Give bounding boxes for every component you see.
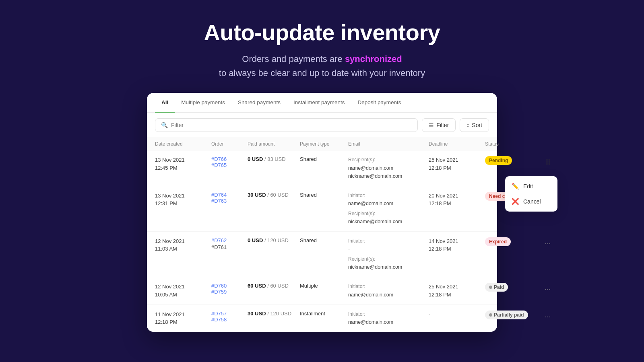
subtitle-start: Orders and payments are: [242, 54, 345, 64]
cell-order: #D760 #D759: [211, 283, 248, 295]
row-action-button[interactable]: ···: [541, 311, 554, 323]
cell-order: #D762 #D761: [211, 237, 248, 251]
th-payment-type: Payment type: [300, 141, 348, 147]
cell-date: 11 Nov 202112:18 PM: [155, 311, 211, 326]
status-badge: Partially paid: [485, 311, 528, 319]
tab-shared-payments[interactable]: Shared payments: [231, 93, 287, 113]
th-deadline: Deadline: [429, 141, 485, 147]
order-link[interactable]: #D766: [211, 156, 248, 162]
edit-label: Edit: [523, 183, 533, 189]
th-status: Status: [485, 141, 541, 147]
cell-date: 12 Nov 202110:05 AM: [155, 283, 211, 298]
order-link[interactable]: #D762: [211, 237, 248, 243]
cell-email: Initiator: name@domain.com Recipient(s):…: [348, 192, 429, 226]
sort-button[interactable]: ↕ Sort: [460, 118, 489, 132]
table-row: 12 Nov 202111:03 AM #D762 #D761 0 USD / …: [147, 232, 497, 277]
table-row: 13 Nov 202112:31 PM #D764 #D763 30 USD /…: [147, 186, 497, 232]
main-card: All Multiple payments Shared payments In…: [147, 93, 497, 331]
cell-amount: 30 USD / 60 USD: [248, 192, 300, 198]
row-action-button[interactable]: ⠿: [541, 156, 554, 169]
cell-amount: 0 USD / 120 USD: [248, 237, 300, 243]
cell-payment-type: Shared: [300, 237, 348, 243]
page-title: Auto-update inventory: [204, 19, 440, 45]
cell-order: #D757 #D758: [211, 311, 248, 323]
filter-button[interactable]: ☰ Filter: [422, 118, 456, 132]
order-link[interactable]: #D758: [211, 317, 248, 323]
cell-status: Partially paid: [485, 311, 541, 319]
cell-email: Recipient(s): name@domain.com nickname@d…: [348, 156, 429, 180]
cell-deadline: 20 Nov 202112:18 PM: [429, 192, 485, 208]
cell-email: Initiator: name@domain.com: [348, 283, 429, 298]
search-box: 🔍: [155, 118, 418, 132]
cell-status: Paid: [485, 283, 541, 292]
status-badge: Paid: [485, 283, 508, 292]
status-badge: Expired: [485, 237, 511, 246]
cell-payment-type: Multiple: [300, 283, 348, 289]
subtitle-end: to always be clear and up to date with y…: [219, 68, 425, 78]
order-link[interactable]: #D759: [211, 289, 248, 295]
cell-actions: ···: [541, 311, 561, 323]
edit-icon: ✏️: [512, 183, 519, 190]
cell-deadline: -: [429, 311, 485, 319]
cell-email: Initiator: name@domain.com: [348, 311, 429, 326]
cell-payment-type: Shared: [300, 192, 348, 198]
cancel-icon: ❌: [512, 198, 519, 205]
cell-actions: ···: [541, 237, 561, 250]
cell-deadline: 14 Nov 202112:18 PM: [429, 237, 485, 253]
status-badge: Pending: [485, 156, 512, 165]
tab-deposit-payments[interactable]: Deposit payments: [351, 93, 407, 113]
cell-amount: 0 USD / 83 USD: [248, 156, 300, 162]
sort-label: Sort: [472, 122, 482, 128]
sort-icon: ↕: [466, 122, 469, 128]
tab-bar: All Multiple payments Shared payments In…: [147, 93, 497, 113]
th-paid-amount: Paid amount: [248, 141, 300, 147]
subtitle-highlight: synchronized: [345, 54, 402, 64]
context-edit[interactable]: ✏️ Edit: [505, 179, 557, 194]
toolbar: 🔍 ☰ Filter ↕ Sort: [147, 113, 497, 138]
cell-deadline: 25 Nov 202112:18 PM: [429, 283, 485, 298]
cell-order: #D764 #D763: [211, 192, 248, 204]
page-subtitle: Orders and payments are synchronized to …: [204, 52, 440, 80]
cell-status: Pending: [485, 156, 541, 165]
order-link[interactable]: #D764: [211, 192, 248, 198]
th-date: Date created: [155, 141, 211, 147]
filter-icon: ☰: [429, 122, 434, 128]
th-email: Email: [348, 141, 429, 147]
search-icon: 🔍: [161, 122, 168, 128]
th-actions: [541, 141, 561, 147]
th-order: Order: [211, 141, 248, 147]
hero-section: Auto-update inventory Orders and payment…: [204, 0, 440, 93]
order-link[interactable]: #D760: [211, 283, 248, 289]
cancel-label: Cancel: [523, 198, 541, 205]
cell-actions: ⠿ ✏️ Edit ❌ Cancel: [541, 156, 561, 169]
row-action-button[interactable]: ···: [541, 283, 554, 296]
cell-date: 13 Nov 202112:45 PM: [155, 156, 211, 172]
table-row: 12 Nov 202110:05 AM #D760 #D759 60 USD /…: [147, 277, 497, 304]
table-body: 13 Nov 202112:45 PM #D766 #D765 0 USD / …: [147, 150, 497, 331]
order-link[interactable]: #D765: [211, 162, 248, 168]
context-cancel[interactable]: ❌ Cancel: [505, 194, 557, 209]
cell-date: 13 Nov 202112:31 PM: [155, 192, 211, 208]
cell-actions: ···: [541, 283, 561, 296]
cell-status: Expired: [485, 237, 541, 246]
cell-email: Initiator: - Recipient(s): nickname@doma…: [348, 237, 429, 271]
table-row: 11 Nov 202112:18 PM #D757 #D758 30 USD /…: [147, 305, 497, 332]
search-input[interactable]: [171, 122, 412, 128]
tab-installment-payments[interactable]: Installment payments: [287, 93, 351, 113]
filter-label: Filter: [436, 122, 449, 128]
cell-order: #D766 #D765: [211, 156, 248, 168]
cell-date: 12 Nov 202111:03 AM: [155, 237, 211, 253]
context-menu: ✏️ Edit ❌ Cancel: [505, 176, 557, 212]
order-link[interactable]: #D763: [211, 198, 248, 204]
tab-multiple-payments[interactable]: Multiple payments: [175, 93, 231, 113]
cell-deadline: 25 Nov 202112:18 PM: [429, 156, 485, 172]
cell-amount: 60 USD / 60 USD: [248, 283, 300, 289]
cell-amount: 30 USD / 120 USD: [248, 311, 300, 317]
order-link[interactable]: #D757: [211, 311, 248, 317]
row-action-button[interactable]: ···: [541, 237, 554, 250]
tab-all[interactable]: All: [155, 93, 175, 113]
table-row: 13 Nov 202112:45 PM #D766 #D765 0 USD / …: [147, 150, 497, 186]
cell-payment-type: Shared: [300, 156, 348, 162]
table-header: Date created Order Paid amount Payment t…: [147, 138, 497, 150]
cell-payment-type: Installment: [300, 311, 348, 317]
